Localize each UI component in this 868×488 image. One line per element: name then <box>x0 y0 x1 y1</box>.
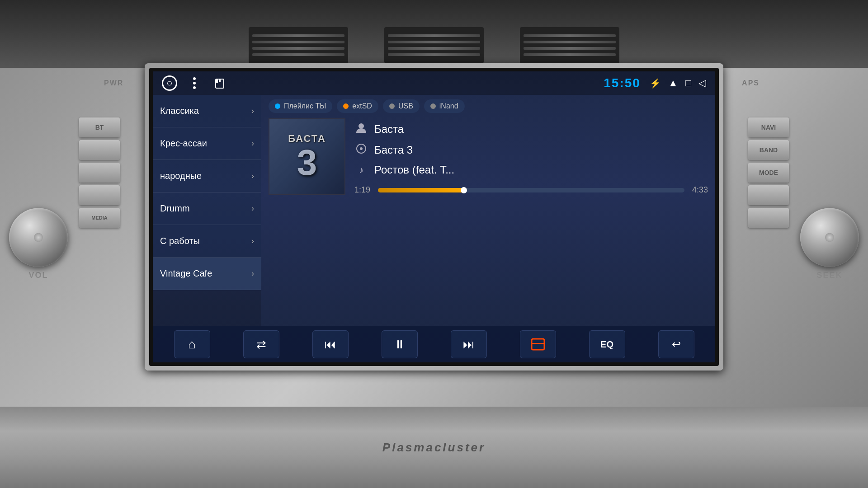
vol-label: VOL <box>28 271 48 280</box>
tab-label-playlists: Плейлис ТЫ <box>284 102 326 110</box>
album-art-num: 3 <box>297 145 317 181</box>
mode-button[interactable]: MODE <box>748 163 789 183</box>
eject-icon: ▲ <box>668 77 678 89</box>
status-icons-right: ⚡ ▲ □ ◁ <box>650 77 706 89</box>
playlist-item-vintage-cafe[interactable]: Vintage Cafe › <box>153 258 261 290</box>
artist-text: Баста <box>374 123 404 136</box>
source-tabs: Плейлис ТЫ extSD USB <box>269 99 708 113</box>
playlist-label-narodnye: народные <box>160 171 202 181</box>
playlist-item-s-raboty[interactable]: С работы › <box>153 225 261 258</box>
menu-dots-icon[interactable] <box>186 75 203 91</box>
artist-row: Баста <box>354 122 708 136</box>
bluetooth-icon: ⚡ <box>650 78 661 89</box>
side-buttons-right: NAVI BAND MODE <box>748 117 789 228</box>
note-icon: ♪ <box>354 165 368 175</box>
vol-knob-area: VOL <box>9 208 68 280</box>
chevron-icon: › <box>251 106 254 116</box>
home-circle-icon[interactable]: ○ <box>162 75 177 91</box>
tab-label-usb: USB <box>398 102 413 110</box>
side-btn-r5[interactable] <box>748 208 789 228</box>
media-btn[interactable]: MEDIA <box>79 208 120 228</box>
pwr-label: PWR <box>104 79 123 87</box>
pause-button[interactable]: ⏸ <box>382 330 418 358</box>
tab-label-inand: iNand <box>439 102 458 110</box>
screen-outer: ○ 15:50 ⚡ <box>149 68 719 366</box>
home-button[interactable]: ⌂ <box>174 330 210 358</box>
side-btn-4[interactable] <box>79 185 120 205</box>
next-button[interactable]: ⏭ <box>451 330 487 358</box>
track-text: Ростов (feat. Т... <box>374 164 454 176</box>
chevron-icon-3: › <box>251 171 254 181</box>
album-icon <box>354 143 368 157</box>
playlist-label-krec: Крес-ассаи <box>160 138 207 149</box>
album-art-inner: БАСТА 3 <box>269 119 344 194</box>
controls-bar: ⌂ ⇄ ⏮ ⏸ ⏭ EQ ↩ <box>153 326 715 362</box>
album-text: Баста 3 <box>374 144 413 156</box>
tab-usb[interactable]: USB <box>383 99 420 113</box>
window-icon: □ <box>685 77 691 89</box>
screen: ○ 15:50 ⚡ <box>153 71 715 362</box>
back-icon: ◁ <box>698 77 706 89</box>
playlist-label-vintage-cafe: Vintage Cafe <box>160 268 212 279</box>
status-bar: ○ 15:50 ⚡ <box>153 71 715 95</box>
top-vents <box>0 0 868 68</box>
playlist-item-klassika[interactable]: Классика › <box>153 95 261 127</box>
svg-rect-2 <box>219 79 221 82</box>
main-unit: ○ 15:50 ⚡ <box>145 63 723 371</box>
album-art: БАСТА 3 <box>269 118 345 195</box>
playlist-item-narodnye[interactable]: народные › <box>153 160 261 192</box>
content-area: Классика › Крес-ассаи › народные › Dru <box>153 95 715 326</box>
track-row: ♪ Ростов (feat. Т... <box>354 164 708 176</box>
sd-card-icon[interactable] <box>212 75 228 91</box>
playlist-item-krec[interactable]: Крес-ассаи › <box>153 127 261 160</box>
tab-inand[interactable]: iNand <box>424 99 465 113</box>
track-info: Баста Баста 3 <box>354 118 708 195</box>
aps-label: APS <box>742 79 760 87</box>
seek-knob[interactable] <box>800 208 859 267</box>
back-button[interactable]: ↩ <box>658 330 694 358</box>
album-row: Баста 3 <box>354 143 708 157</box>
tab-playlists[interactable]: Плейлис ТЫ <box>269 99 332 113</box>
svg-point-5 <box>360 147 363 150</box>
svg-rect-6 <box>532 339 544 350</box>
progress-bar[interactable] <box>378 188 684 192</box>
eq-button[interactable]: EQ <box>589 330 625 358</box>
brand-label: Plasmacluster <box>382 441 486 455</box>
prev-button[interactable]: ⏮ <box>312 330 349 358</box>
progress-thumb <box>461 187 467 193</box>
seek-knob-area: SEEK <box>800 208 859 280</box>
tab-dot-extsd <box>343 103 349 109</box>
player-area: Плейлис ТЫ extSD USB <box>261 95 715 326</box>
playlist-label-klassika: Классика <box>160 106 199 116</box>
navi-button[interactable]: NAVI <box>748 117 789 137</box>
tab-extsd[interactable]: extSD <box>337 99 378 113</box>
progress-fill <box>378 188 464 192</box>
vent-center <box>384 27 484 63</box>
playlist-label-drumm: Drumm <box>160 203 190 214</box>
progress-section: 1:19 4:33 <box>354 185 708 195</box>
tab-label-extsd: extSD <box>352 102 372 110</box>
vol-knob[interactable] <box>9 208 68 267</box>
total-time: 4:33 <box>690 185 708 195</box>
band-button[interactable]: BAND <box>748 140 789 160</box>
tab-dot-inand <box>430 103 436 109</box>
seek-label: SEEK <box>816 271 842 280</box>
side-btn-3[interactable] <box>79 163 120 183</box>
shuffle-button[interactable]: ⇄ <box>243 330 279 358</box>
side-btn-2[interactable] <box>79 140 120 160</box>
playlist-sidebar: Классика › Крес-ассаи › народные › Dru <box>153 95 261 326</box>
artist-icon <box>354 122 368 136</box>
chevron-icon-4: › <box>251 204 254 213</box>
dashboard: PWR MIC RES APS VOL SEEK BT MEDIA NAVI B… <box>0 0 868 488</box>
tab-dot-playlists <box>275 103 280 109</box>
chevron-icon-2: › <box>251 139 254 148</box>
tab-dot-usb <box>389 103 395 109</box>
vent-right <box>520 27 619 63</box>
bt-button[interactable]: BT <box>79 117 120 137</box>
chevron-icon-6: › <box>251 269 254 278</box>
playlist-item-drumm[interactable]: Drumm › <box>153 192 261 225</box>
repeat-button[interactable] <box>520 330 556 358</box>
now-playing: БАСТА 3 <box>269 118 708 322</box>
side-btn-r4[interactable] <box>748 185 789 205</box>
bottom-area: Plasmacluster <box>0 407 868 488</box>
